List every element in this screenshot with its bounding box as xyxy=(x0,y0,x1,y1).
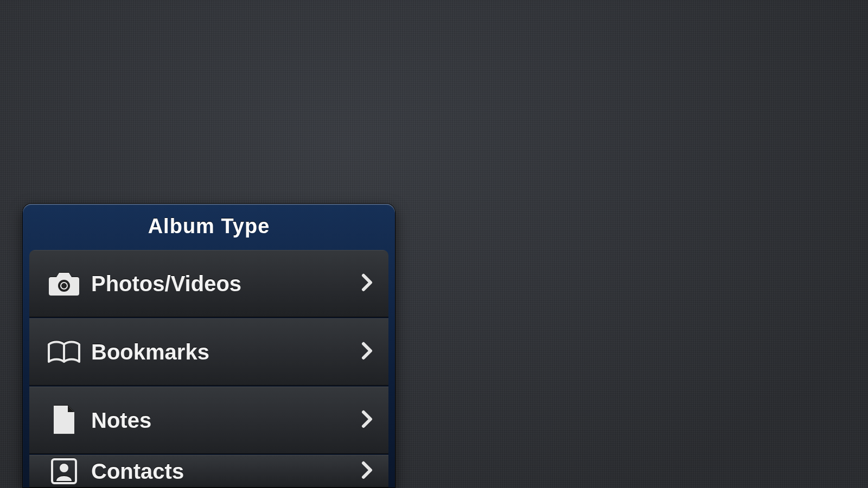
row-label: Photos/Videos xyxy=(87,272,361,296)
chevron-right-icon xyxy=(361,410,373,431)
document-icon xyxy=(41,404,87,436)
svg-point-4 xyxy=(60,464,68,472)
book-icon xyxy=(41,340,87,364)
contact-icon xyxy=(41,457,87,485)
camera-icon xyxy=(41,271,87,297)
chevron-right-icon xyxy=(361,342,373,362)
row-notes[interactable]: Notes xyxy=(29,386,388,454)
row-bookmarks[interactable]: Bookmarks xyxy=(29,317,388,386)
popover-title: Album Type xyxy=(29,210,388,250)
chevron-right-icon xyxy=(361,273,373,294)
chevron-right-icon xyxy=(361,461,373,481)
album-type-popover: Album Type Photos/Videos xyxy=(23,204,395,487)
row-photos-videos[interactable]: Photos/Videos xyxy=(29,250,388,317)
svg-point-2 xyxy=(61,283,67,288)
row-contacts[interactable]: Contacts xyxy=(29,454,388,487)
row-label: Bookmarks xyxy=(87,340,361,364)
row-label: Contacts xyxy=(87,459,361,484)
album-type-list: Photos/Videos Bookmarks xyxy=(29,250,388,487)
row-label: Notes xyxy=(87,408,361,433)
